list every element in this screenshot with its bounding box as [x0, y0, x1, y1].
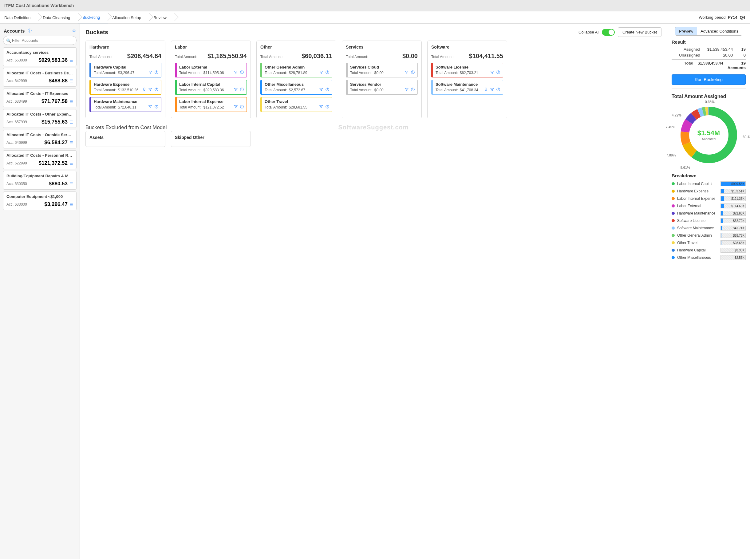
filter-icon[interactable] [490, 70, 494, 75]
bucket-item[interactable]: Other MiscellaneousTotal Amount: $2,572.… [260, 80, 332, 95]
wizard-step-data-cleansing[interactable]: Data Cleansing [38, 12, 78, 23]
breakdown-bar: $62.70K [721, 218, 746, 223]
info-icon[interactable] [325, 87, 329, 93]
list-icon[interactable]: ☰ [69, 99, 73, 104]
wizard-step-data-definition[interactable]: Data Definition [0, 12, 38, 23]
wizard-step-bucketing[interactable]: Bucketing [78, 12, 108, 23]
bucket-item[interactable]: Other General AdminTotal Amount: $28,781… [260, 63, 332, 77]
color-dot [672, 212, 675, 215]
breakdown-name: Software Maintenance [677, 226, 718, 230]
account-name: Allocated IT Costs - Business Devel... [6, 71, 73, 75]
info-icon[interactable] [325, 70, 329, 75]
list-icon[interactable]: ☰ [69, 120, 73, 124]
account-item[interactable]: Allocated IT Costs - Other ExpensesAcc. … [3, 109, 77, 128]
preview-panel: Preview Advanced Conditions Result Assig… [667, 24, 750, 559]
filter-icon[interactable] [148, 70, 153, 75]
account-item[interactable]: Building/Equipment Repairs & Maint...Acc… [3, 171, 77, 189]
tab-advanced-conditions[interactable]: Advanced Conditions [697, 27, 742, 35]
list-icon[interactable]: ☰ [69, 161, 73, 166]
account-item[interactable]: Allocated IT Costs - Outside Service...A… [3, 130, 77, 148]
info-icon[interactable] [240, 104, 244, 110]
filter-icon[interactable] [405, 87, 409, 93]
filter-icon[interactable] [234, 104, 238, 110]
breakdown-name: Hardware Capital [677, 248, 718, 252]
bucket-item[interactable]: Hardware MaintenanceTotal Amount: $72,64… [89, 97, 161, 112]
account-name: Accountancy services [6, 50, 73, 55]
list-icon[interactable]: ☰ [69, 140, 73, 145]
filter-icon[interactable] [319, 70, 323, 75]
info-icon[interactable] [154, 70, 159, 75]
bucket-group: ServicesTotal Amount:$0.00Services Cloud… [342, 41, 422, 118]
bucket-item[interactable]: Software LicenseTotal Amount: $62,703.21 [431, 63, 503, 77]
wizard-step-allocation-setup[interactable]: Allocation Setup [108, 12, 149, 23]
tab-preview[interactable]: Preview [675, 27, 697, 35]
info-icon[interactable] [240, 70, 244, 75]
bucket-item-amount: $2,572.67 [289, 88, 305, 92]
filter-accounts-input[interactable] [3, 36, 77, 45]
info-icon[interactable] [154, 87, 159, 93]
bucket-group: HardwareTotal Amount:$208,454.84Hardware… [85, 41, 165, 118]
svg-point-35 [498, 71, 498, 72]
bucket-item[interactable]: Hardware ExpenseTotal Amount: $132,510.2… [89, 80, 161, 95]
bucket-item[interactable]: Services VendorTotal Amount: $0.00 [346, 80, 418, 95]
info-icon[interactable] [325, 104, 329, 110]
list-icon[interactable]: ☰ [69, 182, 73, 186]
filter-icon[interactable] [234, 87, 238, 93]
list-icon[interactable]: ☰ [69, 79, 73, 83]
filter-icon[interactable] [405, 70, 409, 75]
bucket-item-name: Other Travel [265, 99, 329, 104]
bulb-icon[interactable] [142, 87, 146, 93]
account-item[interactable]: Computer Equipment <$1,000Acc. 633000$3,… [3, 192, 77, 210]
buckets-title: Buckets [85, 29, 108, 36]
bucket-item[interactable]: Other TravelTotal Amount: $28,681.55 [260, 97, 332, 112]
info-icon[interactable] [240, 87, 244, 93]
bulb-icon[interactable] [484, 87, 488, 93]
account-name: Computer Equipment <$1,000 [6, 194, 73, 199]
bucket-item[interactable]: Services CloudTotal Amount: $0.00 [346, 63, 418, 77]
bucket-item-amount: $41,708.34 [460, 88, 478, 92]
bucket-item[interactable]: Labor Internal ExpenseTotal Amount: $121… [175, 97, 247, 112]
bucket-item[interactable]: Labor Internal CapitalTotal Amount: $929… [175, 80, 247, 95]
breakdown-row: Other Miscellaneous$2.57K [672, 254, 746, 261]
bucket-item[interactable]: Hardware CapitalTotal Amount: $3,296.47 [89, 63, 161, 77]
filter-icon[interactable] [319, 87, 323, 93]
info-icon[interactable] [154, 104, 159, 110]
collapse-all-toggle[interactable] [602, 29, 615, 36]
filter-icon[interactable] [148, 87, 153, 93]
wizard-step-review[interactable]: Review [149, 12, 175, 23]
bucket-item-name: Labor Internal Expense [179, 99, 244, 104]
filter-icon[interactable] [234, 70, 238, 75]
bucket-group: OtherTotal Amount:$60,036.11Other Genera… [256, 41, 336, 118]
svg-point-11 [242, 71, 242, 72]
list-icon[interactable]: ☰ [69, 58, 73, 63]
filter-icon[interactable] [490, 87, 494, 93]
breakdown-name: Hardware Expense [677, 189, 718, 193]
list-icon[interactable]: ☰ [69, 202, 73, 207]
breakdown-value: $28.68K [733, 241, 745, 245]
bucket-item[interactable]: Labor ExternalTotal Amount: $114,595.06 [175, 63, 247, 77]
filter-icon[interactable] [148, 104, 153, 110]
help-icon[interactable]: ⓘ [28, 28, 32, 34]
account-amount: $6,584.27 [44, 140, 68, 146]
bucket-item[interactable]: Software MaintenanceTotal Amount: $41,70… [431, 80, 503, 95]
create-bucket-button[interactable]: Create New Bucket [618, 27, 662, 37]
bucket-group-name: Other [260, 44, 332, 49]
breakdown-row: Hardware Maintenance$72.65K [672, 209, 746, 217]
color-dot [672, 256, 675, 259]
info-icon[interactable] [496, 87, 501, 93]
color-dot [672, 234, 675, 237]
breakdown-row: Software Maintenance$41.71K [672, 224, 746, 232]
breakdown-bar: $3.30K [721, 248, 746, 253]
account-item[interactable]: Allocated IT Costs - IT ExpensesAcc. 633… [3, 88, 77, 107]
info-icon[interactable] [496, 70, 501, 75]
run-bucketing-button[interactable]: Run Bucketing [672, 74, 746, 85]
info-icon[interactable] [411, 87, 415, 93]
account-item[interactable]: Allocated IT Costs - Personnel Relat...A… [3, 150, 77, 169]
account-item[interactable]: Accountancy servicesAcc. 653000$929,583.… [3, 47, 77, 66]
color-dot [672, 249, 675, 252]
app-title: ITFM Cost Allocations Workbench [0, 0, 750, 12]
info-icon[interactable] [411, 70, 415, 75]
filter-icon[interactable] [319, 104, 323, 110]
account-item[interactable]: Allocated IT Costs - Business Devel...Ac… [3, 68, 77, 87]
gear-icon[interactable]: ⚙ [72, 28, 76, 33]
